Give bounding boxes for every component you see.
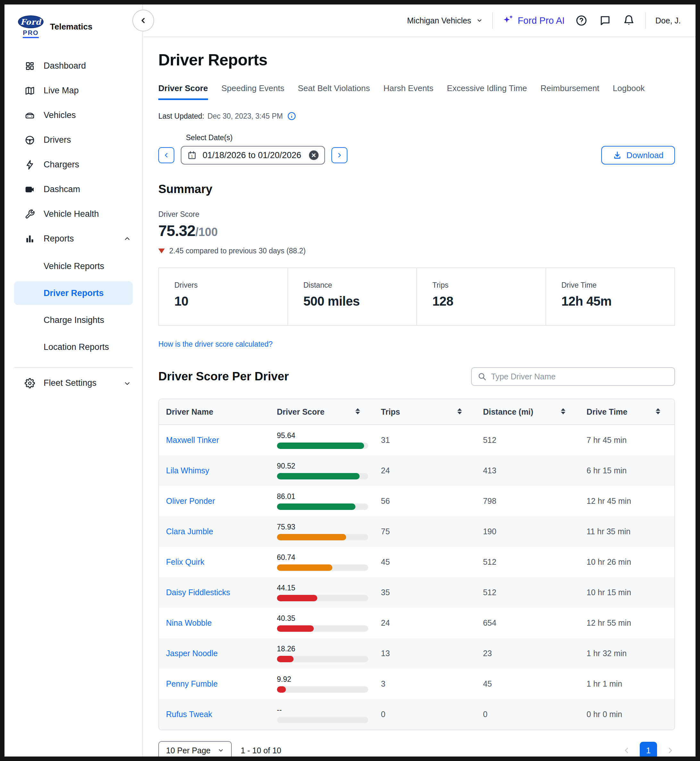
search-input[interactable] (491, 372, 669, 381)
sidebar-collapse-button[interactable] (132, 9, 154, 31)
score-bar-track (277, 625, 368, 632)
score-calculation-link[interactable]: How is the driver score calculated? (158, 340, 273, 349)
stat-value: 128 (432, 294, 545, 308)
stat-label: Trips (432, 281, 545, 290)
driver-name-link[interactable]: Felix Quirk (166, 557, 204, 566)
score-value: 90.52 (277, 462, 367, 470)
sidebar-item-vehicle-health[interactable]: Vehicle Health (5, 202, 142, 226)
sort-icon[interactable] (355, 408, 360, 415)
page-number-button[interactable]: 1 (640, 742, 657, 756)
distance-cell: 190 (476, 527, 580, 536)
tab-harsh-events[interactable]: Harsh Events (383, 83, 433, 100)
table-row: Rufus Tweak -- 0 0 0 hr 0 min (159, 699, 674, 730)
sidebar-subitem-label: Location Reports (44, 342, 109, 352)
notifications-button[interactable] (622, 14, 636, 28)
sidebar-item-driver-reports[interactable]: Driver Reports (14, 281, 133, 305)
sidebar-item-drivers[interactable]: Drivers (5, 128, 142, 152)
fleet-selector-dropdown[interactable]: Michigan Vehicles (407, 16, 483, 25)
driver-name-link[interactable]: Maxwell Tinker (166, 435, 219, 445)
sidebar-item-dashcam[interactable]: Dashcam (5, 177, 142, 202)
download-button[interactable]: Download (601, 146, 675, 164)
score-bar-track (277, 443, 368, 449)
user-menu[interactable]: Doe, J. (655, 16, 681, 25)
sidebar-item-location-reports[interactable]: Location Reports (14, 335, 133, 359)
driver-name-link[interactable]: Daisy Fiddlesticks (166, 588, 230, 597)
info-icon[interactable] (287, 111, 296, 121)
tab-seat-belt-violations[interactable]: Seat Belt Violations (298, 83, 370, 100)
trips-cell: 13 (374, 649, 476, 658)
drive-time-cell: 1 hr 1 min (580, 679, 674, 689)
score-bar-track (277, 717, 368, 723)
clear-date-icon[interactable]: ✕ (309, 150, 319, 160)
per-page-select[interactable]: 10 Per Page (158, 741, 232, 756)
driver-name-cell: Felix Quirk (159, 557, 270, 567)
messages-button[interactable] (598, 14, 612, 28)
date-range-input[interactable]: 1 01/18/2026 to 01/20/2026 ✕ (181, 146, 325, 164)
driver-name-link[interactable]: Penny Fumble (166, 679, 218, 688)
driver-score-cell: -- (270, 706, 374, 723)
tab-speeding-events[interactable]: Speeding Events (222, 83, 284, 100)
main-content: Driver Reports Driver Score Speeding Eve… (144, 37, 695, 756)
score-bar-track (277, 564, 368, 571)
summary-heading: Summary (158, 182, 675, 196)
sidebar-item-dashboard[interactable]: Dashboard (5, 53, 142, 78)
sidebar-item-vehicles[interactable]: Vehicles (5, 103, 142, 128)
sidebar-subitem-label: Vehicle Reports (44, 261, 104, 271)
pagination: 10 Per Page 1 - 10 of 10 1 (158, 741, 675, 756)
driver-name-cell: Rufus Tweak (159, 710, 270, 719)
bell-icon (623, 15, 634, 26)
stat-label: Drive Time (561, 281, 675, 290)
score-bar-fill (277, 686, 286, 693)
sidebar-item-charge-insights[interactable]: Charge Insights (14, 308, 133, 332)
sort-icon[interactable] (457, 408, 462, 415)
select-dates-label: Select Date(s) (186, 133, 675, 142)
steering-wheel-icon (24, 135, 35, 146)
driver-name-link[interactable]: Rufus Tweak (166, 710, 212, 719)
chat-icon (599, 15, 611, 26)
driver-name-link[interactable]: Clara Jumble (166, 527, 213, 536)
tab-driver-score[interactable]: Driver Score (158, 83, 208, 100)
sidebar-item-vehicle-reports[interactable]: Vehicle Reports (14, 254, 133, 278)
trips-cell: 75 (374, 527, 476, 536)
driver-score-cell: 60.74 (270, 553, 374, 571)
column-header-drive-time: Drive Time (580, 407, 674, 417)
help-button[interactable] (574, 14, 589, 28)
tab-excessive-idling-time[interactable]: Excessive Idling Time (447, 83, 527, 100)
per-driver-heading: Driver Score Per Driver (158, 370, 289, 383)
help-icon (576, 15, 587, 26)
sidebar-item-chargers[interactable]: Chargers (5, 152, 142, 177)
next-page-button[interactable] (666, 745, 675, 755)
score-value: -- (277, 706, 367, 714)
stat-value: 12h 45m (561, 294, 675, 308)
sidebar-item-fleet-settings[interactable]: Fleet Settings (5, 371, 142, 395)
driver-name-link[interactable]: Nina Wobble (166, 618, 212, 627)
bar-chart-icon (24, 233, 35, 244)
stat-value: 10 (174, 294, 288, 308)
score-bar-track (277, 534, 368, 540)
driver-score-cell: 90.52 (270, 462, 374, 479)
sort-icon[interactable] (561, 408, 566, 415)
next-date-button[interactable] (331, 147, 347, 163)
table-row: Jasper Noodle 18.26 13 23 1 hr 32 min (159, 638, 674, 669)
sidebar-item-reports[interactable]: Reports (5, 226, 142, 251)
drive-time-cell: 6 hr 15 min (580, 466, 674, 475)
driver-name-link[interactable]: Jasper Noodle (166, 649, 218, 658)
score-value: 40.35 (277, 614, 367, 623)
drive-time-cell: 11 hr 35 min (580, 527, 674, 536)
driver-name-link[interactable]: Lila Whimsy (166, 466, 209, 475)
sidebar-subitem-label: Charge Insights (44, 315, 104, 325)
sidebar-item-live-map[interactable]: Live Map (5, 78, 142, 103)
stat-trips: Trips 128 (417, 268, 546, 325)
sort-icon[interactable] (656, 408, 660, 415)
ford-pro-ai-button[interactable]: Ford Pro AI (502, 14, 565, 27)
score-bar-fill (277, 564, 332, 571)
driver-name-link[interactable]: Oliver Ponder (166, 496, 215, 506)
tab-reimbursement[interactable]: Reimbursement (541, 83, 599, 100)
score-bar-fill (277, 534, 346, 540)
sidebar-item-label: Vehicles (44, 110, 76, 120)
previous-page-button[interactable] (622, 745, 631, 755)
trips-cell: 56 (374, 496, 476, 506)
score-value: 60.74 (277, 553, 367, 562)
previous-date-button[interactable] (158, 147, 174, 163)
tab-logbook[interactable]: Logbook (613, 83, 645, 100)
